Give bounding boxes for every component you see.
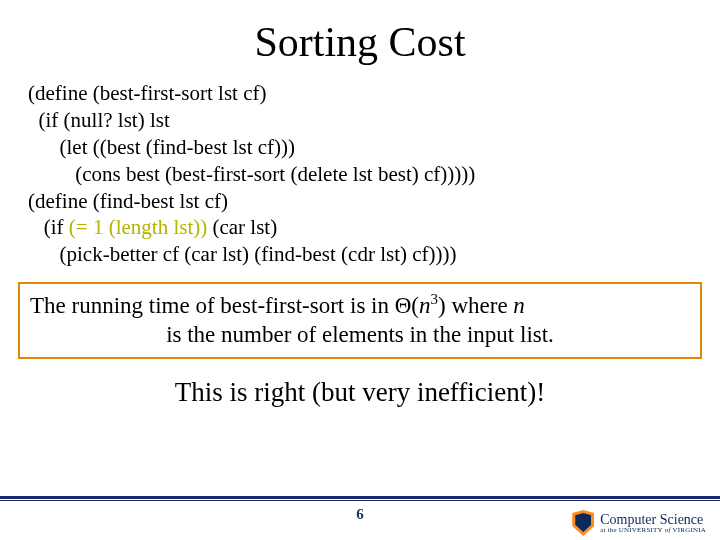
var-n: n: [419, 293, 431, 318]
callout-text: where: [446, 293, 514, 318]
code-line: (if (null? lst) lst: [28, 108, 170, 132]
slide-title: Sorting Cost: [0, 18, 720, 66]
footer-rule-thin: [0, 500, 720, 501]
callout-line2: is the number of elements in the input l…: [30, 321, 690, 350]
logo-text: Computer Science at the UNIVERSITY of VI…: [600, 513, 706, 534]
conclusion-text: This is right (but very inefficient)!: [0, 377, 720, 408]
code-line: (pick-better cf (car lst) (find-best (cd…: [28, 242, 457, 266]
footer-rule: [0, 496, 720, 499]
theta-symbol: Θ(: [395, 293, 419, 318]
shield-icon: [572, 510, 594, 536]
callout-text: The running time of best-first-sort is i…: [30, 293, 395, 318]
code-block: (define (best-first-sort lst cf) (if (nu…: [28, 80, 700, 268]
code-line: (cons best (best-first-sort (delete lst …: [28, 162, 475, 186]
close-paren: ): [438, 293, 446, 318]
callout-box: The running time of best-first-sort is i…: [18, 282, 702, 359]
slide-footer: 6 Computer Science at the UNIVERSITY of …: [0, 496, 720, 540]
code-line: (let ((best (find-best lst cf))): [28, 135, 295, 159]
code-line: (if (= 1 (length lst)) (car lst): [28, 215, 277, 239]
university-logo: Computer Science at the UNIVERSITY of VI…: [572, 510, 706, 536]
var-n: n: [513, 293, 525, 318]
code-line: (define (find-best lst cf): [28, 189, 228, 213]
exponent: 3: [431, 291, 438, 307]
code-line: (define (best-first-sort lst cf): [28, 81, 267, 105]
logo-main-text: Computer Science: [600, 513, 706, 527]
highlighted-code: (= 1 (length lst)): [69, 215, 207, 239]
logo-sub-text: at the UNIVERSITY of VIRGINIA: [600, 527, 706, 534]
